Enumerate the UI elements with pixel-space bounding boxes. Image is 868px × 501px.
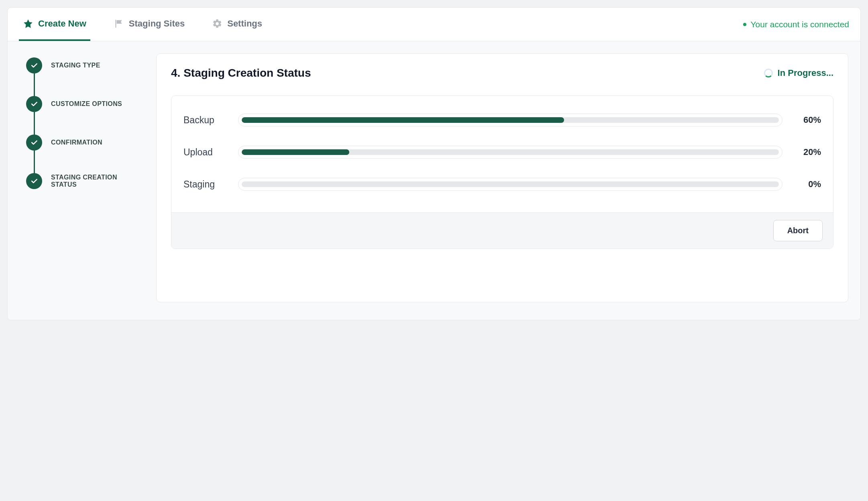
step-label: CUSTOMIZE OPTIONS	[51, 100, 122, 108]
tab-label: Create New	[38, 18, 86, 29]
step-label: STAGING TYPE	[51, 62, 100, 69]
main: 4. Staging Creation Status In Progress..…	[156, 41, 860, 320]
progress-label: Staging	[183, 179, 228, 190]
check-icon	[26, 96, 42, 112]
panel: 4. Staging Creation Status In Progress..…	[156, 53, 848, 302]
tab-create-new[interactable]: Create New	[19, 8, 90, 41]
tab-settings[interactable]: Settings	[208, 8, 266, 41]
star-icon	[23, 18, 33, 29]
flag-icon	[114, 18, 124, 29]
panel-header: 4. Staging Creation Status In Progress..…	[171, 67, 833, 79]
tab-staging-sites[interactable]: Staging Sites	[110, 8, 189, 41]
progress-label: Backup	[183, 115, 228, 126]
step-label: STAGING CREATION STATUS	[51, 174, 144, 188]
status-label: In Progress...	[778, 68, 833, 78]
check-icon	[26, 57, 42, 73]
progress-bar	[238, 114, 782, 126]
account-status-label: Your account is connected	[750, 20, 849, 29]
check-icon	[26, 134, 42, 151]
progress-footer: Abort	[171, 212, 833, 248]
progress-list: Backup 60% Upload 20%	[171, 96, 833, 212]
account-status: Your account is connected	[743, 20, 849, 29]
progress-row-staging: Staging 0%	[183, 168, 821, 200]
app-card: Create New Staging Sites Settings Your a…	[7, 7, 861, 320]
progress-label: Upload	[183, 147, 228, 158]
body: STAGING TYPE CUSTOMIZE OPTIONS CONFIRMAT…	[8, 41, 860, 320]
spinner-icon	[764, 69, 773, 77]
step-staging-type[interactable]: STAGING TYPE	[26, 57, 144, 96]
progress-percent: 0%	[793, 179, 821, 189]
progress-bar-fill	[242, 117, 564, 123]
tab-label: Staging Sites	[129, 18, 185, 29]
panel-title: 4. Staging Creation Status	[171, 67, 311, 79]
stepper: STAGING TYPE CUSTOMIZE OPTIONS CONFIRMAT…	[8, 41, 156, 320]
gear-icon	[212, 18, 222, 29]
progress-bar	[238, 178, 782, 191]
top-tabs: Create New Staging Sites Settings Your a…	[8, 8, 860, 41]
status-pill: In Progress...	[764, 68, 833, 78]
step-creation-status[interactable]: STAGING CREATION STATUS	[26, 173, 144, 189]
step-label: CONFIRMATION	[51, 139, 102, 146]
tab-label: Settings	[227, 18, 262, 29]
progress-bar	[238, 146, 782, 159]
progress-row-backup: Backup 60%	[183, 104, 821, 136]
check-icon	[26, 173, 42, 189]
progress-percent: 60%	[793, 115, 821, 125]
step-confirmation[interactable]: CONFIRMATION	[26, 134, 144, 173]
progress-row-upload: Upload 20%	[183, 136, 821, 168]
abort-button[interactable]: Abort	[773, 220, 823, 241]
progress-box: Backup 60% Upload 20%	[171, 96, 833, 249]
progress-percent: 20%	[793, 147, 821, 157]
status-dot-icon	[743, 23, 746, 26]
step-customize-options[interactable]: CUSTOMIZE OPTIONS	[26, 96, 144, 134]
progress-bar-fill	[242, 149, 349, 155]
